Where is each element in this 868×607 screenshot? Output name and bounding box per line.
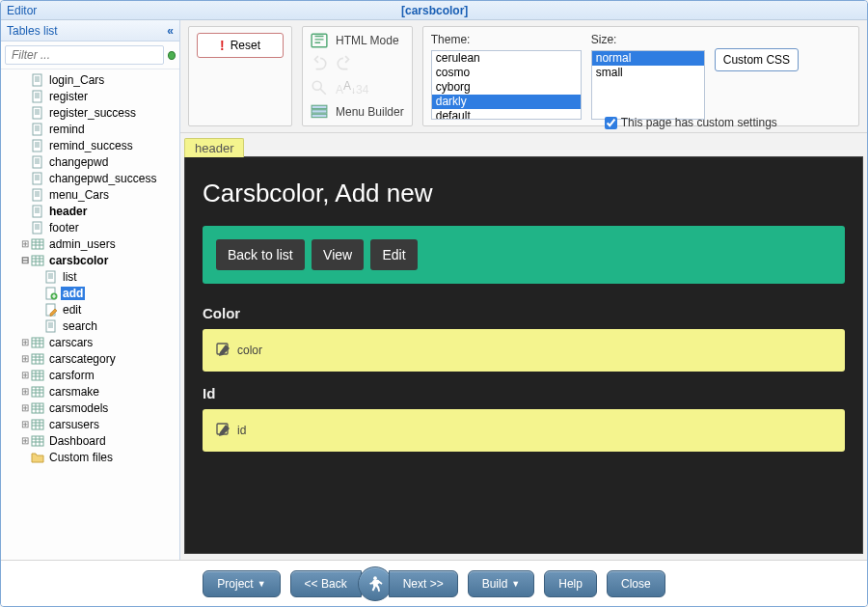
tree-item-label: carscars: [47, 336, 95, 349]
tree-item[interactable]: ⊞carscars: [5, 334, 177, 350]
find-replace-row[interactable]: AA↓34: [311, 79, 404, 97]
tables-tree[interactable]: login_Cars register register_success rem…: [1, 69, 179, 560]
svg-rect-9: [33, 222, 41, 234]
expand-icon[interactable]: ⊞: [18, 402, 31, 413]
footer-bar: Project▼ << Back Next >> Build▼ Help Clo…: [1, 560, 867, 606]
action-bar: Back to list View Edit: [203, 226, 845, 284]
page-title: Carsbcolor, Add new: [203, 179, 845, 208]
tree-item-label: carsbcolor: [47, 254, 110, 267]
view-button[interactable]: View: [312, 239, 364, 270]
svg-rect-16: [46, 320, 55, 332]
size-select[interactable]: normalsmall: [591, 50, 705, 120]
tree-item[interactable]: footer: [5, 219, 177, 235]
build-button[interactable]: Build▼: [468, 570, 535, 597]
tree-item[interactable]: search: [5, 317, 177, 334]
tree-item-label: carsmodels: [47, 401, 110, 415]
table-icon: [31, 434, 44, 448]
tree-item[interactable]: ⊟carsbcolor: [5, 252, 177, 268]
tree-item[interactable]: Custom files: [5, 449, 177, 465]
project-button[interactable]: Project▼: [203, 570, 280, 597]
edit-button[interactable]: Edit: [370, 239, 417, 270]
size-option[interactable]: small: [592, 66, 704, 80]
menu-builder-button[interactable]: Menu Builder: [311, 104, 404, 120]
tree-item[interactable]: ⊞carsmake: [5, 383, 177, 400]
tree-item-label: changepwd_success: [47, 172, 158, 185]
tree-item[interactable]: ⊞Dashboard: [5, 432, 177, 449]
collapse-sidebar-button[interactable]: «: [167, 24, 174, 38]
expand-icon[interactable]: ⊞: [18, 370, 31, 380]
svg-rect-17: [32, 338, 43, 347]
svg-rect-4: [33, 140, 41, 152]
table-icon: [31, 369, 44, 382]
close-button[interactable]: Close: [607, 570, 665, 597]
help-button[interactable]: Help: [544, 570, 597, 597]
theme-option[interactable]: cosmo: [432, 66, 581, 80]
next-button[interactable]: Next >>: [389, 570, 458, 597]
svg-rect-7: [33, 189, 41, 201]
tree-item[interactable]: ⊞carsmodels: [5, 400, 177, 416]
reset-button[interactable]: ! Reset: [197, 33, 284, 58]
theme-option[interactable]: cyborg: [432, 80, 581, 95]
page-icon: [44, 319, 58, 333]
run-button[interactable]: [358, 566, 393, 601]
tree-item[interactable]: remind_success: [5, 137, 177, 153]
page-icon: [31, 172, 44, 185]
expand-icon[interactable]: ⊞: [18, 419, 31, 429]
size-option[interactable]: normal: [592, 51, 704, 66]
table-icon: [31, 385, 44, 399]
folder-icon: [31, 451, 44, 464]
tree-item[interactable]: header: [5, 203, 177, 219]
tree-item[interactable]: list: [5, 268, 177, 285]
svg-rect-26: [312, 106, 327, 109]
field-input-box[interactable]: id: [203, 409, 845, 452]
edit-icon: [216, 423, 231, 438]
back-to-list-button[interactable]: Back to list: [216, 239, 305, 270]
expand-icon[interactable]: ⊞: [18, 435, 31, 446]
preview-tab-header[interactable]: header: [184, 138, 244, 157]
page-icon: [31, 73, 44, 87]
undo-icon[interactable]: [311, 56, 328, 71]
tree-item[interactable]: ⊞carsform: [5, 367, 177, 383]
tree-item[interactable]: register_success: [5, 104, 177, 121]
tree-item-label: remind_success: [47, 139, 135, 152]
field-label: Id: [203, 385, 845, 401]
tree-item[interactable]: changepwd: [5, 153, 177, 170]
tree-item[interactable]: add: [5, 285, 177, 301]
sidebar-header: Tables list «: [1, 20, 179, 41]
tree-item-label: changepwd: [47, 155, 110, 169]
table-icon: [31, 254, 44, 267]
expand-icon[interactable]: ⊞: [18, 337, 31, 347]
table-icon: [31, 336, 44, 349]
tree-item[interactable]: register: [5, 88, 177, 104]
html-mode-icon: [311, 33, 328, 48]
expand-icon[interactable]: ⊞: [18, 386, 31, 397]
tree-item[interactable]: login_Cars: [5, 71, 177, 88]
expand-icon[interactable]: ⊞: [18, 238, 31, 249]
expand-icon[interactable]: ⊞: [18, 353, 31, 364]
tree-item[interactable]: remind: [5, 121, 177, 137]
collapse-icon[interactable]: ⊟: [18, 255, 31, 265]
html-mode-button[interactable]: HTML Mode: [311, 33, 404, 48]
svg-rect-19: [32, 371, 43, 380]
svg-rect-2: [33, 107, 41, 119]
tree-item[interactable]: menu_Cars: [5, 186, 177, 203]
filter-input[interactable]: [5, 45, 164, 65]
tree-item[interactable]: ⊞carsusers: [5, 416, 177, 432]
theme-option[interactable]: darkly: [432, 95, 581, 109]
theme-option[interactable]: cerulean: [432, 51, 581, 66]
preview-pane[interactable]: Carsbcolor, Add new Back to list View Ed…: [184, 156, 863, 554]
custom-css-button[interactable]: Custom CSS: [715, 48, 799, 71]
svg-rect-6: [33, 173, 41, 184]
tree-item[interactable]: changepwd_success: [5, 170, 177, 186]
theme-select[interactable]: ceruleancosmocyborgdarklydefault: [431, 50, 582, 120]
tree-item-label: carscategory: [47, 352, 118, 366]
tree-item[interactable]: edit: [5, 301, 177, 317]
custom-settings-checkbox[interactable]: [605, 117, 617, 129]
tree-item[interactable]: ⊞admin_users: [5, 235, 177, 252]
back-button[interactable]: << Back: [290, 570, 362, 597]
redo-icon[interactable]: [336, 56, 353, 71]
tree-item[interactable]: ⊞carscategory: [5, 350, 177, 367]
theme-option[interactable]: default: [432, 109, 581, 120]
field-input-box[interactable]: color: [203, 329, 845, 372]
page-icon: [31, 155, 44, 169]
